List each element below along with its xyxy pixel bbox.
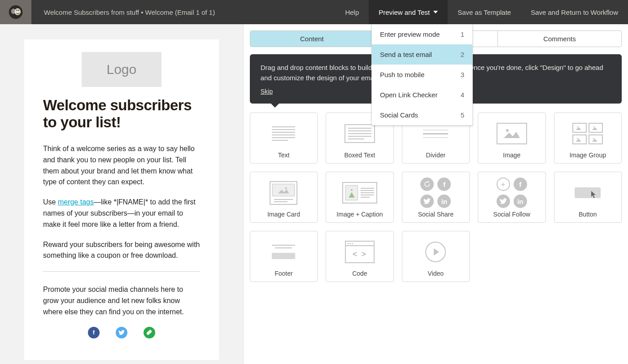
svg-point-5	[506, 129, 509, 132]
block-image[interactable]: Image	[478, 113, 545, 164]
logo-placeholder-wrap: Logo	[43, 52, 200, 87]
block-code[interactable]: < > Code	[326, 231, 393, 282]
block-text[interactable]: Text	[250, 113, 318, 164]
block-button[interactable]: Button	[554, 172, 622, 223]
block-image-group[interactable]: Image Group	[554, 113, 622, 164]
block-label: Image	[503, 152, 520, 159]
divider	[43, 271, 200, 272]
tab-comments[interactable]: Comments	[498, 31, 621, 47]
image-group-icon	[554, 113, 621, 152]
block-label: Video	[428, 270, 444, 277]
footer-block-icon	[250, 231, 317, 270]
block-label: Text	[278, 152, 290, 159]
preview-dropdown: Enter preview mode 1 Send a test email 2…	[371, 24, 473, 126]
block-image-caption[interactable]: Image + Caption	[326, 172, 393, 223]
image-icon	[478, 113, 545, 152]
merge-tags-link[interactable]: merge tags	[58, 198, 94, 206]
top-nav: Help Preview and Test Save as Template S…	[335, 0, 628, 24]
button-icon	[554, 172, 621, 211]
block-label: Divider	[426, 152, 446, 159]
block-label: Social Share	[418, 211, 454, 218]
social-row[interactable]: f	[43, 327, 200, 338]
logo-placeholder[interactable]: Logo	[82, 52, 162, 87]
dd-label: Open Link Checker	[380, 91, 437, 99]
nav-save-template[interactable]: Save as Template	[448, 0, 521, 24]
block-social-share[interactable]: f in Social Share	[402, 172, 470, 223]
nav-help[interactable]: Help	[335, 0, 369, 24]
dd-link-checker[interactable]: Open Link Checker 4	[372, 85, 472, 105]
dd-shortcut: 4	[461, 91, 464, 99]
twitter-icon[interactable]	[116, 327, 127, 338]
block-label: Code	[352, 270, 367, 277]
svg-point-3	[18, 9, 20, 11]
dd-enter-preview[interactable]: Enter preview mode 1	[372, 24, 472, 44]
facebook-icon[interactable]: f	[88, 327, 100, 338]
topbar: Welcome Subscribers from stuff • Welcome…	[0, 0, 628, 24]
page-title: Welcome Subscribers from stuff • Welcome…	[31, 9, 335, 16]
dd-shortcut: 5	[461, 111, 464, 119]
dd-social-cards[interactable]: Social Cards 5	[372, 105, 472, 125]
email-paragraph-2[interactable]: Use merge tags—like *|FNAME|* to add the…	[43, 197, 200, 230]
block-image-card[interactable]: Image Card	[250, 172, 318, 223]
email-body: Logo Welcome subscribers to your list! T…	[24, 39, 219, 360]
video-icon	[402, 231, 469, 270]
text-block-icon	[250, 113, 317, 152]
link-icon[interactable]	[144, 327, 155, 338]
email-paragraph-4[interactable]: Promote your social media channels here …	[43, 284, 200, 317]
block-label: Image + Caption	[336, 211, 383, 218]
tab-content[interactable]: Content	[250, 31, 374, 47]
block-label: Social Follow	[493, 211, 530, 218]
svg-point-6	[577, 126, 578, 127]
block-label: Boxed Text	[344, 152, 375, 159]
tip-arrow-icon	[270, 103, 279, 108]
dd-push-mobile[interactable]: Push to mobile 3	[372, 65, 472, 85]
image-caption-icon	[326, 172, 393, 211]
block-footer[interactable]: Footer	[250, 231, 318, 282]
image-card-icon	[250, 172, 317, 211]
dd-send-test[interactable]: Send a test email 2	[372, 44, 472, 65]
svg-point-11	[351, 189, 353, 191]
monkey-icon	[8, 4, 23, 20]
main-content: Logo Welcome subscribers to your list! T…	[0, 24, 628, 364]
nav-save-return[interactable]: Save and Return to Workflow	[521, 0, 628, 24]
dd-shortcut: 1	[461, 30, 464, 38]
content-blocks-grid: Text Boxed Text Divider Image	[250, 113, 622, 282]
svg-point-4	[16, 9, 17, 11]
block-label: Button	[579, 211, 597, 218]
code-icon: < >	[326, 231, 393, 270]
dd-label: Send a test email	[380, 51, 432, 58]
text: Use	[43, 198, 58, 206]
email-paragraph-1[interactable]: Think of a welcome series as a way to sa…	[43, 143, 200, 188]
chevron-down-icon	[433, 11, 438, 13]
svg-point-8	[577, 138, 578, 139]
social-share-icon: f in	[402, 172, 469, 211]
block-label: Image Card	[267, 211, 300, 218]
tip-skip-link[interactable]: Skip	[261, 87, 273, 97]
mailchimp-logo[interactable]	[0, 0, 31, 24]
svg-point-2	[14, 9, 21, 15]
email-canvas[interactable]: Logo Welcome subscribers to your list! T…	[0, 24, 243, 364]
nav-preview-and-test[interactable]: Preview and Test	[369, 0, 448, 24]
block-label: Image Group	[569, 152, 606, 159]
svg-point-7	[593, 126, 594, 127]
email-paragraph-3[interactable]: Reward your subscribers for being awesom…	[43, 239, 200, 262]
svg-point-9	[593, 138, 594, 139]
block-label: Footer	[275, 270, 292, 277]
block-video[interactable]: Video	[402, 231, 470, 282]
dd-shortcut: 2	[461, 51, 464, 58]
social-follow-icon: ＋ f in	[478, 172, 545, 211]
email-heading[interactable]: Welcome subscribers to your list!	[43, 97, 200, 131]
dd-label: Enter preview mode	[380, 30, 440, 38]
dd-shortcut: 3	[461, 71, 464, 78]
dd-label: Push to mobile	[380, 71, 424, 78]
dd-label: Social Cards	[380, 111, 418, 119]
block-social-follow[interactable]: ＋ f in Social Follow	[478, 172, 545, 223]
svg-point-10	[285, 187, 287, 189]
nav-preview-label: Preview and Test	[379, 9, 430, 16]
